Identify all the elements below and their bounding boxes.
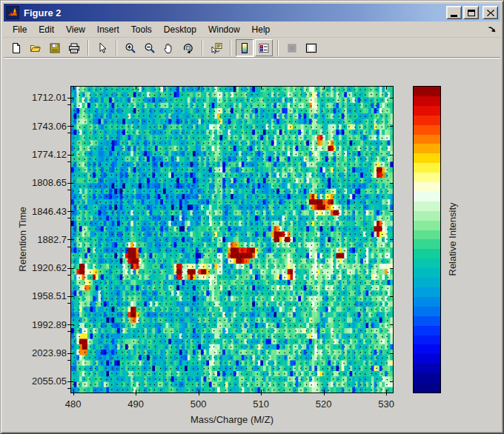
y-minor-tick-mark [67, 331, 70, 332]
y-tick-mark [67, 353, 70, 354]
maximize-button[interactable] [463, 6, 479, 19]
y-minor-tick-mark [67, 161, 70, 162]
toolbar-separator [202, 40, 203, 56]
menu-item-help[interactable]: Help [246, 22, 276, 38]
y-tick-mark [67, 155, 70, 156]
y-tick-label: 2055.05 [4, 375, 67, 387]
toolbar-insert-colorbar-button[interactable] [236, 39, 253, 56]
title-bar[interactable]: Figure 2 [4, 4, 500, 21]
y-minor-tick-mark [67, 388, 70, 389]
y-tick-mark [67, 268, 70, 269]
x-tick-label: 510 [237, 398, 285, 410]
toolbar-rotate-3d-button[interactable] [179, 39, 197, 56]
toolbar-show-plot-tools-button[interactable] [302, 39, 320, 56]
toolbar-zoom-out-button[interactable] [141, 39, 159, 56]
toolbar-data-cursor-button[interactable] [208, 39, 225, 56]
minimize-button[interactable] [446, 6, 462, 19]
toolbar-open-file-button[interactable] [27, 39, 44, 56]
x-tick-mark [324, 393, 325, 395]
heatmap-plot[interactable] [70, 86, 394, 393]
y-tick-mark [67, 239, 70, 240]
y-tick-label: 1882.7 [4, 234, 67, 245]
minimize-icon [451, 15, 457, 17]
matlab-icon [6, 6, 19, 19]
show-plot-tools-icon [305, 42, 317, 54]
x-tick-mark [136, 393, 136, 395]
y-tick-label: 1992.89 [4, 319, 67, 330]
y-tick-label: 1774.12 [4, 149, 67, 160]
data-cursor-icon [210, 42, 222, 54]
y-minor-tick-mark [67, 275, 70, 276]
toolbar-separator [116, 40, 117, 56]
x-tick-label: 520 [300, 398, 348, 410]
edit-plot-icon [96, 42, 108, 54]
x-tick-mark [261, 393, 262, 395]
y-tick-label: 1958.51 [4, 290, 67, 301]
x-axis-title: Mass/Charge (M/Z) [70, 414, 394, 425]
insert-colorbar-icon [239, 42, 251, 54]
y-tick-mark [67, 211, 70, 212]
rotate-3d-icon [182, 42, 194, 54]
y-minor-tick-mark [67, 247, 70, 247]
menu-item-desktop[interactable]: Desktop [158, 22, 202, 38]
maximize-icon [468, 10, 475, 16]
close-button[interactable] [483, 6, 498, 19]
window-title: Figure 2 [24, 7, 445, 19]
toolbar-pan-button[interactable] [160, 39, 178, 56]
toolbar-separator [277, 40, 279, 56]
y-minor-tick-mark [67, 104, 70, 105]
figure-canvas: Retention Time Relative Intensity Mass/C… [4, 59, 502, 432]
y-tick-label: 1846.43 [4, 206, 67, 217]
zoom-out-icon [144, 42, 156, 54]
window-controls [445, 6, 498, 19]
colorbar-title: Relative Intensity [447, 203, 458, 276]
figure-window: Figure 2 FileEditViewInsertToolsDesktopW… [0, 0, 504, 434]
x-tick-mark [73, 393, 74, 395]
new-figure-icon [10, 42, 22, 54]
y-minor-tick-mark [67, 303, 70, 304]
brush-icon [286, 42, 298, 54]
toolbar-edit-plot-button[interactable] [93, 39, 111, 56]
open-file-icon [30, 42, 42, 54]
save-figure-icon [49, 42, 61, 54]
y-tick-mark [67, 126, 70, 127]
colorbar [413, 86, 441, 393]
menu-item-insert[interactable]: Insert [91, 22, 125, 38]
toolbar-print-figure-button[interactable] [65, 39, 83, 56]
toolbar-save-figure-button[interactable] [46, 39, 64, 56]
x-tick-label: 500 [175, 398, 222, 410]
y-tick-mark [67, 98, 70, 99]
toolbar-separator [230, 40, 231, 56]
y-tick-label: 1712.01 [4, 92, 67, 103]
toolbar-insert-legend-button[interactable] [255, 39, 273, 56]
y-tick-mark [67, 183, 70, 184]
toolbar-brush-button [283, 39, 301, 56]
menu-item-view[interactable]: View [60, 22, 91, 38]
y-tick-label: 1808.65 [4, 177, 67, 188]
pan-icon [163, 42, 175, 54]
menu-item-edit[interactable]: Edit [33, 22, 60, 38]
y-tick-mark [67, 296, 70, 297]
y-tick-label: 2023.98 [4, 347, 67, 358]
x-tick-label: 490 [112, 398, 159, 410]
y-tick-label: 1920.62 [4, 262, 67, 273]
close-icon [487, 10, 494, 16]
x-tick-mark [386, 393, 387, 395]
dock-figure-icon[interactable] [488, 26, 496, 34]
insert-legend-icon [258, 42, 270, 54]
toolbar-separator [87, 40, 89, 56]
x-tick-label: 480 [50, 398, 97, 410]
menu-item-tools[interactable]: Tools [125, 22, 158, 38]
heatmap-image[interactable] [71, 87, 393, 393]
zoom-in-icon [125, 42, 136, 54]
toolbar-new-figure-button[interactable] [7, 39, 25, 56]
y-tick-mark [67, 381, 70, 382]
y-minor-tick-mark [67, 218, 70, 218]
menu-item-window[interactable]: Window [202, 22, 246, 38]
y-minor-tick-mark [67, 133, 70, 133]
y-tick-label: 1743.06 [4, 121, 67, 132]
x-tick-label: 530 [362, 398, 410, 410]
menu-item-file[interactable]: File [7, 22, 33, 38]
menu-bar: FileEditViewInsertToolsDesktopWindowHelp [4, 22, 500, 38]
toolbar-zoom-in-button[interactable] [122, 39, 139, 56]
